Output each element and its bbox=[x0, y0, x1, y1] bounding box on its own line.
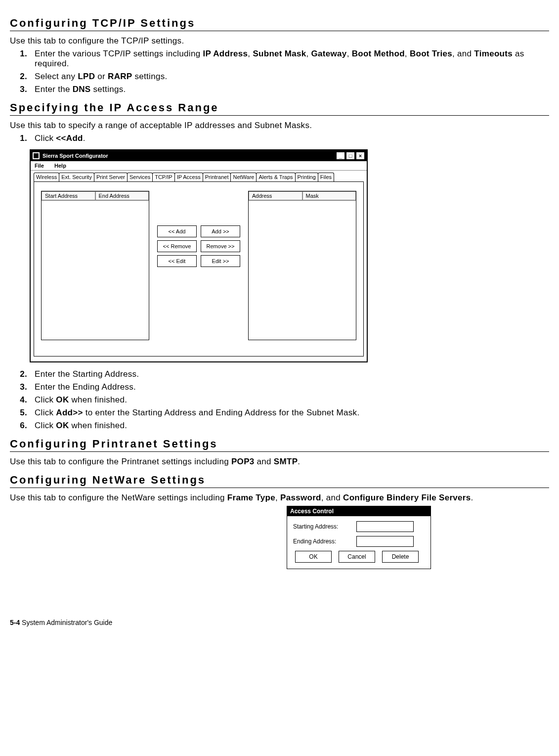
left-list[interactable]: Start Address End Address bbox=[41, 191, 149, 340]
edit-left-button[interactable]: << Edit bbox=[157, 255, 197, 267]
tab-services[interactable]: Services bbox=[127, 173, 153, 181]
list-item: Enter the various TCP/IP settings includ… bbox=[30, 49, 549, 69]
text: , and bbox=[452, 49, 474, 58]
text: . bbox=[471, 493, 473, 502]
text: Click bbox=[35, 421, 56, 430]
tab-files[interactable]: Files bbox=[318, 173, 334, 181]
text: settings. bbox=[91, 85, 126, 94]
heading-ip-range: Specifying the IP Access Range bbox=[10, 101, 549, 116]
term-dns: DNS bbox=[73, 85, 91, 94]
tab-netware[interactable]: NetWare bbox=[230, 173, 257, 181]
term-add: <<Add bbox=[56, 133, 83, 143]
tab-printranet[interactable]: Printranet bbox=[203, 173, 231, 181]
tab-wireless[interactable]: Wireless bbox=[34, 173, 59, 181]
list-item: Enter the Ending Address. bbox=[30, 382, 549, 392]
tab-alerts-traps[interactable]: Alerts & Traps bbox=[256, 173, 295, 181]
text: or bbox=[95, 72, 108, 81]
left-list-header: Start Address End Address bbox=[42, 191, 149, 201]
printranet-intro: Use this tab to configure the Printranet… bbox=[10, 457, 549, 467]
text: when finished. bbox=[69, 421, 127, 430]
iprange-steps-top: Click <<Add. bbox=[10, 133, 549, 143]
edit-right-button[interactable]: Edit >> bbox=[201, 255, 240, 267]
list-item: Enter the DNS settings. bbox=[30, 85, 549, 94]
text: Enter the bbox=[35, 85, 73, 94]
menu-file[interactable]: File bbox=[35, 163, 44, 169]
tcpip-steps: Enter the various TCP/IP settings includ… bbox=[10, 49, 549, 94]
text: and bbox=[255, 457, 274, 466]
tab-row: Wireless Ext. Security Print Server Serv… bbox=[31, 171, 367, 181]
term-bindery: Configure Bindery File Servers bbox=[343, 493, 471, 502]
term-lpd: LPD bbox=[78, 72, 95, 81]
term-add-right: Add>> bbox=[56, 408, 83, 417]
term-ok: OK bbox=[56, 421, 69, 430]
add-left-button[interactable]: << Add bbox=[157, 225, 197, 237]
term-subnet-mask: Subnet Mask bbox=[253, 49, 306, 58]
ending-address-label: Ending Address: bbox=[293, 538, 352, 545]
term-smtp: SMTP bbox=[274, 457, 298, 466]
text: to enter the Starting Address and Ending… bbox=[83, 408, 360, 417]
term-frame-type: Frame Type bbox=[227, 493, 275, 502]
ok-button[interactable]: OK bbox=[295, 551, 332, 563]
dialog-title: Access Control bbox=[287, 506, 430, 516]
text: settings. bbox=[132, 72, 167, 81]
text: Click bbox=[35, 133, 56, 143]
col-mask[interactable]: Mask bbox=[302, 191, 356, 200]
text: when finished. bbox=[69, 395, 127, 404]
list-item: Click Add>> to enter the Starting Addres… bbox=[30, 408, 549, 418]
maximize-button[interactable]: □ bbox=[346, 152, 355, 160]
tcpip-intro: Use this tab to configure the TCP/IP set… bbox=[10, 36, 549, 46]
iprange-steps-bottom: Enter the Starting Address. Enter the En… bbox=[10, 369, 549, 431]
page-number: 5-4 bbox=[10, 619, 20, 626]
col-address[interactable]: Address bbox=[249, 191, 302, 200]
minimize-button[interactable]: _ bbox=[336, 152, 345, 160]
tab-printing[interactable]: Printing bbox=[295, 173, 318, 181]
term-boot-tries: Boot Tries bbox=[410, 49, 452, 58]
term-ok: OK bbox=[56, 395, 69, 404]
ending-address-input[interactable] bbox=[356, 536, 414, 547]
list-item: Select any LPD or RARP settings. bbox=[30, 72, 549, 82]
text: Select any bbox=[35, 72, 78, 81]
term-password: Password bbox=[280, 493, 321, 502]
remove-left-button[interactable]: << Remove bbox=[157, 240, 197, 252]
footer-title: System Administrator's Guide bbox=[20, 619, 112, 626]
text: , bbox=[405, 49, 410, 58]
term-boot-method: Boot Method bbox=[352, 49, 405, 58]
text: , bbox=[248, 49, 253, 58]
text: , bbox=[306, 49, 311, 58]
configurator-window: Sierra Sport Configurator _ □ × File Hel… bbox=[30, 149, 368, 362]
delete-button[interactable]: Delete bbox=[382, 551, 419, 563]
col-end-address[interactable]: End Address bbox=[95, 191, 149, 200]
term-pop3: POP3 bbox=[231, 457, 255, 466]
list-item: Click OK when finished. bbox=[30, 395, 549, 405]
close-button[interactable]: × bbox=[356, 152, 365, 160]
term-ip-address: IP Address bbox=[203, 49, 248, 58]
remove-right-button[interactable]: Remove >> bbox=[201, 240, 240, 252]
heading-tcpip: Configuring TCP/IP Settings bbox=[10, 17, 549, 31]
menu-bar: File Help bbox=[31, 161, 367, 171]
netware-intro: Use this tab to configure the NetWare se… bbox=[10, 493, 549, 503]
center-buttons: << Add Add >> << Remove Remove >> << Edi… bbox=[157, 225, 240, 267]
heading-printranet: Configuring Printranet Settings bbox=[10, 438, 549, 452]
text: Click bbox=[35, 395, 56, 404]
right-list-header: Address Mask bbox=[249, 191, 356, 201]
tab-ext-security[interactable]: Ext. Security bbox=[59, 173, 94, 181]
title-bar: Sierra Sport Configurator _ □ × bbox=[31, 150, 367, 161]
tab-print-server[interactable]: Print Server bbox=[94, 173, 128, 181]
text: Click bbox=[35, 408, 56, 417]
text: . bbox=[298, 457, 300, 466]
tab-ip-access[interactable]: IP Access bbox=[174, 173, 203, 181]
starting-address-input[interactable] bbox=[356, 521, 414, 532]
cancel-button[interactable]: Cancel bbox=[339, 551, 375, 563]
menu-help[interactable]: Help bbox=[54, 163, 66, 169]
right-list[interactable]: Address Mask bbox=[248, 191, 356, 340]
col-start-address[interactable]: Start Address bbox=[42, 191, 95, 200]
window-title: Sierra Sport Configurator bbox=[43, 153, 108, 159]
term-timeouts: Timeouts bbox=[474, 49, 513, 58]
text: . bbox=[83, 133, 86, 143]
text: , bbox=[275, 493, 280, 502]
access-control-dialog: Access Control Starting Address: Ending … bbox=[287, 506, 431, 569]
add-right-button[interactable]: Add >> bbox=[201, 225, 240, 237]
text: , and bbox=[321, 493, 343, 502]
system-icon bbox=[33, 152, 40, 159]
tab-tcpip[interactable]: TCP/IP bbox=[152, 173, 174, 181]
